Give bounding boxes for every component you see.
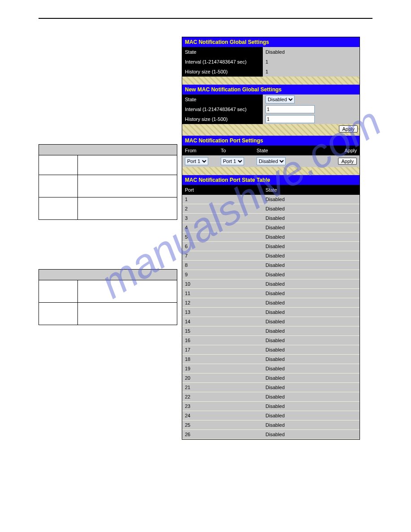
table-row: 8Disabled [182, 261, 360, 270]
port-cell: 23 [182, 402, 263, 411]
state-cell: Disabled [263, 373, 360, 382]
global-state-value: Disabled [263, 47, 360, 57]
state-cell: Disabled [263, 242, 360, 251]
ps-state-label: State [254, 146, 337, 155]
state-cell: Disabled [263, 420, 360, 429]
doc-table-2-header [39, 270, 177, 280]
state-cell: Disabled [263, 298, 360, 307]
port-cell: 17 [182, 345, 263, 354]
state-cell: Disabled [263, 195, 360, 204]
state-cell: Disabled [263, 251, 360, 260]
global-state-label: State [182, 47, 263, 57]
table-row: 14Disabled [182, 317, 360, 326]
port-cell: 1 [182, 195, 263, 204]
table-row: 10Disabled [182, 279, 360, 289]
ps-state-select[interactable]: Disabled [257, 157, 286, 165]
state-table-header: MAC Notification Port State Table [182, 175, 360, 185]
panel-divider [182, 77, 360, 85]
ps-to-select[interactable]: Port 1 [221, 157, 244, 165]
port-settings-header: MAC Notification Port Settings [182, 136, 360, 146]
table-row: 11Disabled [182, 289, 360, 298]
port-cell: 19 [182, 364, 263, 373]
state-cell: Disabled [263, 345, 360, 354]
doc-table-1-r1c2 [77, 155, 177, 175]
state-cell: Disabled [263, 383, 360, 392]
table-row: 15Disabled [182, 326, 360, 336]
global-history-label: History size (1-500) [182, 67, 263, 77]
port-cell: 3 [182, 214, 263, 223]
state-table-body: 1Disabled2Disabled3Disabled4Disabled5Dis… [182, 195, 360, 439]
ps-apply-label: Apply [337, 146, 360, 155]
ps-from-label: From [182, 146, 218, 155]
ps-apply-button[interactable]: Apply [338, 158, 357, 165]
doc-table-1 [39, 144, 177, 220]
state-cell: Disabled [263, 279, 360, 288]
table-row: 6Disabled [182, 242, 360, 251]
table-row: 26Disabled [182, 430, 360, 439]
port-cell: 6 [182, 242, 263, 251]
port-cell: 21 [182, 383, 263, 392]
port-cell: 16 [182, 336, 263, 345]
port-cell: 5 [182, 232, 263, 241]
table-row: 19Disabled [182, 364, 360, 373]
port-cell: 11 [182, 289, 263, 298]
global-interval-label: Interval (1-2147483647 sec) [182, 57, 263, 67]
port-cell: 9 [182, 270, 263, 279]
table-row: 16Disabled [182, 336, 360, 345]
port-cell: 18 [182, 355, 263, 364]
table-row: 9Disabled [182, 270, 360, 279]
state-cell: Disabled [263, 214, 360, 223]
state-cell: Disabled [263, 355, 360, 364]
port-cell: 20 [182, 373, 263, 382]
table-row: 23Disabled [182, 402, 360, 411]
state-cell: Disabled [263, 411, 360, 420]
state-table-col-port: Port [182, 185, 263, 195]
state-cell: Disabled [263, 402, 360, 411]
ps-from-select[interactable]: Port 1 [185, 157, 208, 165]
new-global-history-input[interactable] [265, 115, 315, 123]
state-cell: Disabled [263, 326, 360, 335]
doc-table-1-r2c2 [77, 175, 177, 197]
port-cell: 8 [182, 261, 263, 270]
new-global-interval-label: Interval (1-2147483647 sec) [182, 104, 263, 114]
state-cell: Disabled [263, 392, 360, 401]
port-cell: 15 [182, 326, 263, 335]
global-interval-value: 1 [263, 57, 360, 67]
state-cell: Disabled [263, 317, 360, 326]
state-cell: Disabled [263, 308, 360, 317]
settings-panel: MAC Notification Global Settings State D… [182, 37, 360, 440]
state-cell: Disabled [263, 364, 360, 373]
new-global-settings-header: New MAC Notification Global Settings [182, 85, 360, 94]
state-cell: Disabled [263, 204, 360, 213]
port-cell: 7 [182, 251, 263, 260]
global-settings-header: MAC Notification Global Settings [182, 37, 360, 47]
table-row: 7Disabled [182, 251, 360, 261]
port-cell: 13 [182, 308, 263, 317]
table-row: 21Disabled [182, 383, 360, 392]
table-row: 18Disabled [182, 355, 360, 364]
new-global-apply-button[interactable]: Apply [339, 125, 358, 133]
new-global-history-label: History size (1-500) [182, 114, 263, 124]
new-global-interval-input[interactable] [265, 105, 315, 113]
new-global-state-label: State [182, 94, 263, 104]
state-cell: Disabled [263, 336, 360, 345]
table-row: 22Disabled [182, 392, 360, 402]
port-cell: 2 [182, 204, 263, 213]
port-cell: 10 [182, 279, 263, 288]
state-cell: Disabled [263, 232, 360, 241]
doc-table-1-r3c2 [77, 197, 177, 220]
port-cell: 12 [182, 298, 263, 307]
doc-table-2-r1c2 [77, 280, 177, 303]
state-cell: Disabled [263, 430, 360, 439]
doc-table-2-r1c1 [39, 280, 78, 303]
left-column [39, 37, 177, 374]
table-row: 3Disabled [182, 214, 360, 223]
state-cell: Disabled [263, 223, 360, 232]
global-history-value: 1 [263, 67, 360, 77]
state-cell: Disabled [263, 261, 360, 270]
table-row: 20Disabled [182, 373, 360, 383]
port-cell: 14 [182, 317, 263, 326]
table-row: 24Disabled [182, 411, 360, 420]
new-global-state-select[interactable]: Disabled [265, 95, 295, 103]
table-row: 2Disabled [182, 204, 360, 214]
